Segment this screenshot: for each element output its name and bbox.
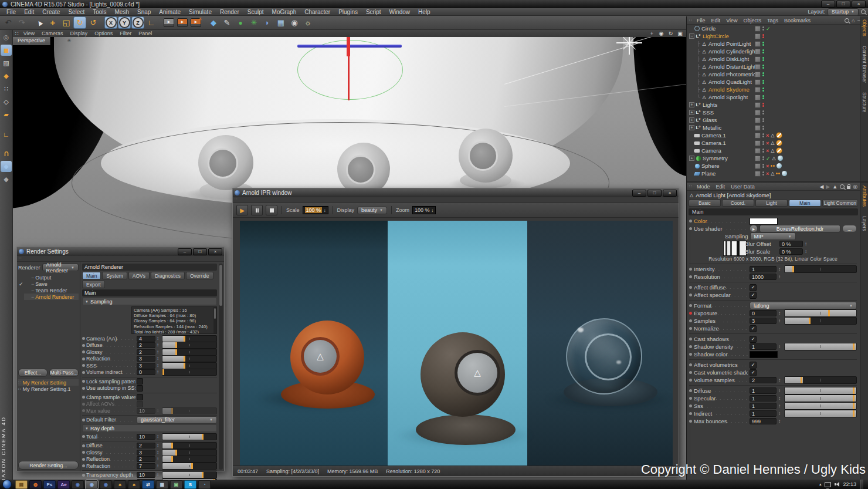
layer-chip-icon[interactable] [755, 72, 761, 77]
object-row-sphere[interactable]: Sphere× [687, 162, 860, 170]
keyframe-dot-icon[interactable] [689, 379, 692, 382]
axis-mode-icon[interactable]: ∟ [1, 129, 12, 140]
object-row-symmetry[interactable]: +Symmetry✓△ [687, 154, 860, 162]
arnold-tag-icon[interactable]: △ [771, 133, 774, 138]
value-field[interactable]: 3 [137, 363, 155, 369]
keyframe-dot-icon[interactable] [689, 327, 692, 330]
zoom-view-icon[interactable]: ◉ [657, 31, 665, 36]
menu-plugins[interactable]: Plugins [334, 9, 362, 15]
checkbox-normalize[interactable]: ✓ [750, 325, 757, 332]
new-render-setting-button[interactable]: Render Setting... [18, 461, 79, 470]
no-entry-tag-icon[interactable] [776, 140, 782, 146]
om-menu-bookmarks[interactable]: Bookmarks [781, 18, 813, 23]
arnold-tag-icon[interactable]: △ [771, 140, 774, 146]
texture-axis-icon[interactable]: ◆ [1, 70, 12, 82]
slider[interactable] [784, 376, 857, 384]
firefox-icon[interactable]: ◍ [29, 480, 42, 489]
keyframe-dot-icon[interactable] [689, 412, 692, 415]
keyframe-dot-icon[interactable] [689, 371, 692, 374]
render-settings-window[interactable]: Render Settings –□× ∷ Renderer Arnold Re… [16, 247, 225, 471]
rs-tree-save[interactable]: ✓−Save [24, 281, 79, 287]
panel-tab-structure[interactable]: Structure [862, 92, 867, 113]
stepper-icon[interactable]: ↕ [778, 419, 782, 424]
stepper-icon[interactable]: ↕ [778, 404, 782, 409]
rs-preset-my-render-setting[interactable]: ∷My Render Setting [18, 379, 79, 386]
color-swatch[interactable] [750, 218, 778, 225]
workplane-mode-icon[interactable]: ◆ [1, 161, 12, 172]
layer-chip-icon[interactable] [755, 110, 761, 116]
render-settings-titlebar[interactable]: Render Settings –□× [17, 247, 224, 256]
dropdown-format[interactable]: latlong▼ [750, 302, 857, 309]
layout-dropdown[interactable]: Startup▼ [828, 8, 859, 16]
amazon-app-2-icon[interactable]: a [128, 480, 140, 489]
keyframe-dot-icon[interactable] [689, 353, 692, 356]
sampling-group-header[interactable]: ▼Sampling [82, 298, 217, 305]
visibility-dots-icon[interactable] [762, 164, 764, 168]
value-field[interactable]: 2 [137, 456, 155, 462]
viewport-menu-filter[interactable]: Filter [116, 31, 135, 36]
toggle-view-icon[interactable]: ▣ [676, 31, 684, 36]
am-menu-mode[interactable]: Mode [694, 184, 713, 190]
stepper-icon[interactable]: ↕ [778, 345, 782, 349]
panel-tab-content-browser[interactable]: Content Browser [862, 46, 867, 83]
keyframe-dot-icon[interactable] [689, 268, 692, 271]
collapse-icon[interactable]: − [857, 18, 860, 23]
arnold-tag-icon[interactable]: △ [771, 171, 774, 176]
coordinate-system-icon[interactable]: ∟ [145, 16, 158, 29]
photoshop-icon[interactable]: Ps [43, 480, 56, 489]
keyframe-dot-icon[interactable] [689, 319, 692, 322]
cinema4d-active-window-icon[interactable]: ◉ [86, 480, 98, 489]
search-icon[interactable] [861, 9, 866, 14]
model-mode-icon[interactable]: ◼ [1, 45, 12, 56]
visibility-dots-icon[interactable] [762, 65, 764, 69]
panel-tab-layers[interactable]: Layers [862, 216, 867, 231]
slider[interactable] [162, 369, 217, 376]
live-selection-icon[interactable]: ▲ [33, 16, 46, 29]
ipr-stop-button[interactable] [266, 205, 277, 215]
lock-workplane-icon[interactable]: ◆ [1, 174, 12, 185]
stepper-icon[interactable]: ↕ [157, 450, 161, 455]
stepper-icon[interactable]: ↕ [157, 434, 161, 439]
history-forward-icon[interactable]: ▶ [826, 184, 830, 190]
value-field[interactable]: 0 [137, 369, 155, 375]
menu-mograph[interactable]: MoGraph [268, 9, 301, 15]
add-cube-icon[interactable]: ◆ [207, 16, 220, 29]
checkbox-use-autobump-in-sss[interactable] [137, 385, 143, 392]
object-row-lightcircle[interactable]: −L°LightCircle [687, 32, 860, 40]
slider[interactable] [784, 394, 857, 402]
panel-tab-objects[interactable]: Objects [862, 19, 867, 36]
layer-chip-icon[interactable] [755, 64, 761, 70]
teamviewer-icon[interactable]: ⇄ [142, 480, 154, 489]
visibility-dots-icon[interactable] [762, 103, 764, 107]
layer-chip-icon[interactable] [755, 148, 761, 154]
slider[interactable] [784, 265, 857, 273]
menu-animate[interactable]: Animate [155, 9, 185, 15]
layer-chip-icon[interactable] [755, 140, 761, 146]
slider[interactable] [162, 449, 217, 456]
app-titlebar[interactable]: CINEMA 4D R15.057 Studio - [Lights_0009.… [0, 0, 868, 8]
layer-chip-icon[interactable] [755, 33, 761, 39]
browser-icon[interactable]: ◔ [198, 480, 211, 489]
layer-chip-icon[interactable] [755, 49, 761, 55]
redo-icon[interactable]: ↷ [15, 16, 28, 29]
visibility-dots-icon[interactable] [762, 141, 764, 145]
value-field[interactable]: 4 [137, 336, 155, 342]
focus-icon[interactable]: ◎ [853, 184, 857, 190]
layer-chip-icon[interactable] [755, 163, 761, 169]
value-field[interactable]: 10 [137, 408, 155, 414]
menu-file[interactable]: File [2, 9, 20, 15]
slider[interactable] [162, 471, 217, 478]
ipr-minimize-button[interactable]: – [632, 190, 646, 197]
slider[interactable] [162, 335, 217, 342]
value-field[interactable]: 1 [750, 266, 777, 272]
keyframe-dot-icon[interactable] [82, 371, 85, 374]
value-field[interactable]: 1 [750, 403, 777, 409]
ipr-display-dropdown[interactable]: beauty▼ [357, 207, 387, 214]
color-swatch[interactable] [750, 351, 778, 358]
cinema4d-window-2-icon[interactable]: ◉ [100, 480, 112, 489]
viewport-menu-view[interactable]: View [20, 31, 38, 36]
om-menu-view[interactable]: View [723, 18, 740, 23]
visibility-dots-icon[interactable] [762, 57, 764, 61]
viewport-camera-label[interactable]: Perspective [13, 37, 50, 45]
rs-tab-override[interactable]: Override [186, 272, 213, 279]
